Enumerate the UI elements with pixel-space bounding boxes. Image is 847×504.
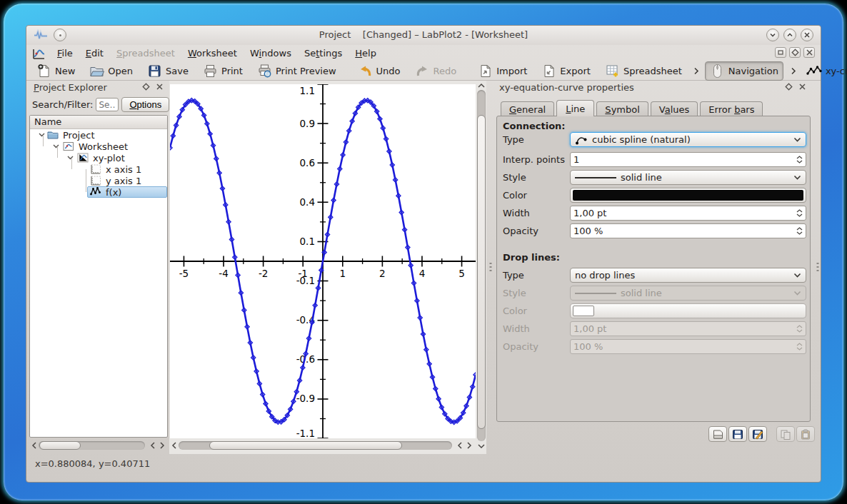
scroll-left-arrow-icon[interactable] (455, 441, 463, 450)
property-label: Type (503, 270, 524, 281)
menu-windows[interactable]: Windows (244, 46, 298, 60)
spinbox-arrows[interactable] (796, 227, 803, 235)
open-button[interactable]: Open (85, 62, 137, 80)
tree-guide-line (43, 135, 44, 146)
svg-text:5: 5 (458, 268, 465, 279)
tree-item-worksheet[interactable]: Worksheet (30, 141, 167, 152)
axis-icon (90, 176, 101, 186)
panel-close-button[interactable] (798, 83, 806, 91)
horizontal-scrollbar[interactable] (29, 440, 168, 451)
connection-width-spinbox[interactable]: 1,00 pt (570, 206, 806, 221)
title-bar[interactable]: Project [Changed] – LabPlot2 - [Workshee… (26, 26, 821, 45)
property-label: Style (503, 288, 526, 298)
maximize-button[interactable] (783, 29, 796, 41)
splitter-handle[interactable] (488, 81, 493, 454)
connection-type-dropdown[interactable]: cubic spline (natural) (570, 132, 806, 147)
menu-help[interactable]: Help (349, 46, 383, 60)
scroll-left-arrow-icon[interactable] (148, 441, 156, 450)
spinbox-arrows (796, 343, 803, 351)
drop-lines-type-dropdown[interactable]: no drop lines (570, 268, 806, 283)
import-button[interactable]: Import (473, 62, 531, 80)
scroll-thumb[interactable] (477, 115, 486, 429)
connection-style-dropdown[interactable]: solid line (570, 170, 806, 185)
scroll-down-arrow-icon[interactable] (477, 442, 486, 450)
expander-chevron-icon[interactable] (67, 156, 74, 160)
subwindow-close-button[interactable] (803, 47, 815, 58)
menu-settings[interactable]: Settings (298, 46, 349, 60)
navigation-button[interactable]: Navigation (705, 61, 783, 81)
scroll-left-arrow-icon[interactable] (169, 441, 178, 450)
save-template-button[interactable] (728, 426, 747, 442)
panel-close-button[interactable] (156, 83, 164, 91)
vertical-scrollbar[interactable] (476, 81, 486, 451)
new-button[interactable]: New (32, 62, 79, 80)
search-filter-input[interactable] (96, 98, 119, 111)
scroll-thumb[interactable] (39, 441, 81, 450)
menu-edit[interactable]: Edit (79, 46, 110, 60)
drop-lines-width-spinbox: 1,00 pt (570, 321, 806, 336)
toolbar-button-label: xy-curve (826, 66, 847, 76)
tree-item-x-axis-1[interactable]: x axis 1 (30, 163, 167, 175)
close-button[interactable] (801, 29, 813, 41)
tree-item-xy-plot[interactable]: xy-plot (30, 152, 167, 163)
tree-item-f-x-[interactable]: f(x) (30, 186, 167, 198)
plot-canvas[interactable]: -5-4-2-112451.10.90.60.40.1-0.1-0.4-0.6-… (170, 84, 476, 438)
properties-panel: xy-equation-curve properties GeneralLine… (495, 81, 813, 454)
options-button[interactable]: Options (121, 97, 169, 112)
connection-color-color-button[interactable] (570, 188, 806, 203)
export-button[interactable]: Export (537, 62, 595, 80)
window-menu-button[interactable] (54, 29, 66, 41)
subwindow-restore-button[interactable] (775, 47, 786, 58)
line-style-sample (575, 293, 616, 294)
menu-file[interactable]: File (51, 46, 79, 60)
floppy-icon (732, 429, 743, 440)
mouse-icon (710, 64, 725, 79)
tab-symbol[interactable]: Symbol (596, 101, 648, 116)
line-tab-page: Connection:Typecubic spline (natural)Int… (496, 116, 811, 422)
tree-item-label: Worksheet (79, 141, 128, 152)
print-preview-button[interactable]: Print Preview (253, 62, 341, 80)
menu-worksheet[interactable]: Worksheet (181, 46, 244, 60)
svg-text:-4: -4 (219, 268, 228, 279)
spinbox-value: 1,00 pt (573, 323, 606, 334)
dock-resize-strip[interactable] (813, 81, 822, 454)
expander-chevron-icon[interactable] (39, 133, 45, 137)
spreadsheet-button[interactable]: Spreadsheet (601, 62, 686, 80)
save-button[interactable]: Save (143, 62, 193, 80)
redo-button[interactable]: Redo (411, 62, 461, 80)
spinbox-arrows[interactable] (796, 209, 803, 217)
spline-icon (575, 134, 588, 146)
tree-item-project[interactable]: Project (30, 129, 167, 141)
connection-opacity-spinbox[interactable]: 100 % (570, 223, 806, 238)
minimize-button[interactable] (766, 29, 779, 41)
color-swatch (573, 306, 594, 316)
horizontal-scrollbar[interactable] (169, 440, 475, 451)
scroll-thumb[interactable] (209, 441, 402, 450)
panel-float-button[interactable] (142, 83, 150, 91)
svg-text:-5: -5 (179, 268, 189, 279)
tab-line[interactable]: Line (556, 100, 594, 116)
scroll-left-arrow-icon[interactable] (29, 441, 38, 450)
panel-float-button[interactable] (785, 83, 793, 91)
xy-curve-button[interactable]: xy-curve (802, 64, 847, 78)
load-template-button[interactable] (708, 426, 727, 442)
toolbar-overflow-chevron[interactable] (791, 67, 796, 75)
svg-text:-2: -2 (259, 268, 268, 279)
subwindow-float-button[interactable] (789, 47, 801, 58)
expander-chevron-icon[interactable] (53, 144, 59, 148)
toolbar-button-label: Undo (376, 66, 401, 76)
undo-button[interactable]: Undo (354, 62, 405, 80)
toolbar-overflow-chevron[interactable] (693, 67, 699, 75)
tab-values[interactable]: Values (651, 101, 698, 116)
connection-interp-points-spinbox[interactable]: 1 (570, 152, 806, 167)
tree-item-y-axis-1[interactable]: y axis 1 (30, 175, 167, 186)
scroll-right-arrow-icon[interactable] (158, 441, 166, 450)
tab-general[interactable]: General (501, 101, 554, 116)
print-button[interactable]: Print (199, 62, 247, 80)
scroll-up-arrow-icon[interactable] (477, 81, 486, 89)
edit-template-button[interactable] (748, 426, 767, 442)
scroll-right-arrow-icon[interactable] (465, 441, 473, 450)
chevron-down-icon (793, 175, 801, 180)
tab-error-bars[interactable]: Error bars (700, 101, 763, 116)
spinbox-arrows[interactable] (796, 156, 803, 163)
